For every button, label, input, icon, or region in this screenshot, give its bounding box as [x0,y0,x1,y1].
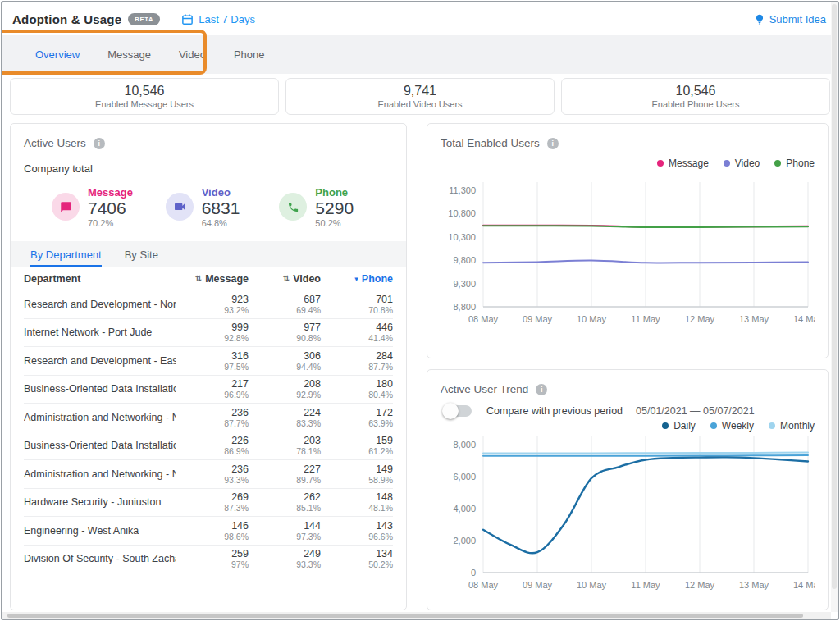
message-cell: 217 96.9% [176,378,249,400]
department-name: Internet Network - Port Jude [24,326,176,338]
subtab-by-department[interactable]: By Department [30,241,102,267]
table-row[interactable]: Engineering - West Anika 146 98.6% 144 9… [24,517,393,546]
svg-text:6,000: 6,000 [453,472,476,482]
company-total-label: Company total [24,162,393,175]
stat-label: Enabled Video Users [377,98,462,110]
phone-cell: 172 63.9% [321,407,393,428]
tab-overview[interactable]: Overview [34,35,81,74]
legend-item[interactable]: Message [657,158,709,169]
video-cell: 249 93.3% [249,548,321,569]
svg-text:0: 0 [471,568,476,578]
active-user-trend-chart: 08 May09 May10 May11 May12 May13 May14 M… [441,433,815,594]
message-cell: 999 92.8% [176,322,249,343]
svg-text:9,800: 9,800 [453,255,476,265]
svg-text:4,000: 4,000 [453,504,476,514]
company-metrics: Message 7406 70.2% Video 6831 64.8% [24,186,393,228]
vertical-scrollbar-thumb[interactable] [832,4,837,589]
stat-card: 9,741 Enabled Video Users [285,78,555,115]
date-filter-button[interactable]: Last 7 Days [181,13,255,25]
phone-cell: 159 61.2% [321,435,393,456]
svg-text:11 May: 11 May [631,580,660,590]
legend-item[interactable]: Monthly [769,420,815,432]
svg-text:13 May: 13 May [739,580,769,590]
svg-text:9,300: 9,300 [453,279,476,289]
legend-dot [710,422,717,429]
department-name: Research and Development - East I... [24,355,176,367]
table-row[interactable]: Hardware Security - Juniuston 269 87.3% … [24,489,393,518]
total-enabled-title: Total Enabled Users [441,137,540,149]
lightbulb-icon [754,13,765,25]
subtab-by-site[interactable]: By Site [125,241,158,267]
svg-text:14 May: 14 May [793,314,815,324]
metric-phone: Phone 5290 50.2% [279,186,393,228]
active-users-title: Active Users [24,137,86,149]
message-cell: 226 86.9% [176,435,249,456]
department-name: Business-Oriented Data Installation... [24,440,176,451]
metric-name: Video [202,186,240,199]
horizontal-scrollbar[interactable] [2,612,831,619]
stat-value: 10,546 [125,84,165,98]
table-row[interactable]: Internet Network - Port Jude 999 92.8% 9… [24,319,393,348]
table-row[interactable]: Administration and Networking - N... 236… [24,460,393,489]
page-title: Adoption & Usage [12,12,121,26]
svg-text:10 May: 10 May [577,314,607,324]
col-message[interactable]: ⇅ Message [176,273,249,285]
legend-item[interactable]: Weekly [710,420,754,432]
phone-icon [279,193,307,221]
svg-text:8,000: 8,000 [453,440,476,450]
trend-title: Active User Trend [441,383,528,395]
department-name: Engineering - West Anika [24,525,176,537]
table-row[interactable]: Research and Development - East I... 316… [24,347,393,376]
legend-item[interactable]: Daily [662,420,696,432]
info-icon[interactable]: i [547,138,559,149]
tab-phone[interactable]: Phone [232,35,267,74]
vertical-scrollbar[interactable] [831,2,838,612]
message-cell: 923 93.2% [176,294,249,315]
video-cell: 262 85.1% [249,491,321,513]
col-department[interactable]: Department [24,273,176,285]
tab-video[interactable]: Video [177,35,208,74]
video-cell: 144 97.3% [249,520,321,541]
department-name: Hardware Security - Juniuston [24,496,176,508]
sort-both-icon: ⇅ [195,274,202,283]
col-phone[interactable]: ▾ Phone [321,273,393,285]
horizontal-scrollbar-thumb[interactable] [7,614,803,618]
svg-text:8,800: 8,800 [453,302,476,312]
department-name: Administration and Networking - N... [24,468,176,480]
svg-text:11 May: 11 May [631,314,660,324]
table-row[interactable]: Division Of Security - South Zachari... … [24,546,393,574]
date-filter-label: Last 7 Days [199,13,255,25]
table-row[interactable]: Business-Oriented Data Installation... 2… [24,376,393,404]
legend-dot [662,422,669,429]
department-name: Business-Oriented Data Installation... [24,383,176,395]
phone-cell: 143 96.6% [321,520,393,541]
date-range: 05/01/2021 — 05/07/2021 [636,405,755,417]
metric-percent: 64.8% [202,218,240,228]
header: Adoption & Usage BETA Last 7 Days Submit… [2,2,838,35]
legend-dot [774,160,781,167]
compare-label: Compare with previous period [486,405,623,417]
beta-badge: BETA [128,13,160,25]
video-cell: 208 92.9% [249,378,321,400]
table-row[interactable]: Research and Development - North ... 923… [24,290,393,319]
table-row[interactable]: Business-Oriented Data Installation... 2… [24,432,393,461]
svg-text:09 May: 09 May [523,580,553,590]
svg-text:09 May: 09 May [523,314,553,324]
message-icon [52,193,80,221]
svg-text:10 May: 10 May [577,580,607,590]
active-user-trend-panel: Active User Trend i Compare with previou… [427,369,829,610]
compare-toggle[interactable] [444,405,472,417]
phone-cell: 149 58.9% [321,463,393,485]
table-row[interactable]: Administration and Networking - N... 236… [24,404,393,432]
info-icon[interactable]: i [536,384,547,395]
legend-item[interactable]: Phone [774,158,815,169]
message-cell: 259 97% [176,548,249,569]
submit-idea-link[interactable]: Submit Idea [754,13,826,25]
tab-message[interactable]: Message [106,35,153,74]
sort-both-icon: ⇅ [283,274,290,283]
col-video[interactable]: ⇅ Video [249,273,321,285]
legend-item[interactable]: Video [724,158,760,169]
info-icon[interactable]: i [94,138,105,149]
legend-dot [724,160,730,167]
total-enabled-users-panel: Total Enabled Users i Message [427,123,829,358]
